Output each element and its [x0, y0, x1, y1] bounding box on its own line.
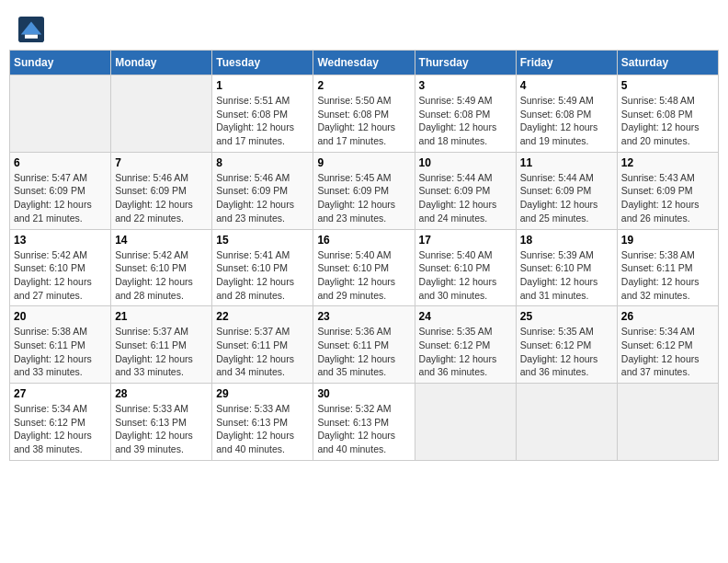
- day-info: Sunrise: 5:39 AM Sunset: 6:10 PM Dayligh…: [520, 248, 613, 303]
- weekday-header: Wednesday: [313, 51, 415, 75]
- day-number: 29: [216, 387, 309, 400]
- calendar-cell: 3Sunrise: 5:49 AM Sunset: 6:08 PM Daylig…: [415, 75, 516, 153]
- day-info: Sunrise: 5:42 AM Sunset: 6:10 PM Dayligh…: [115, 248, 208, 303]
- svg-rect-2: [25, 35, 38, 39]
- calendar-cell: [111, 75, 212, 153]
- day-number: 14: [115, 234, 208, 247]
- weekday-header: Monday: [111, 51, 212, 75]
- day-number: 23: [317, 310, 410, 323]
- day-number: 27: [14, 387, 107, 400]
- calendar-cell: 9Sunrise: 5:45 AM Sunset: 6:09 PM Daylig…: [313, 152, 415, 229]
- day-number: 15: [216, 234, 309, 247]
- calendar-cell: [415, 384, 516, 461]
- day-number: 3: [419, 79, 512, 92]
- day-info: Sunrise: 5:51 AM Sunset: 6:08 PM Dayligh…: [216, 94, 309, 148]
- calendar-cell: 6Sunrise: 5:47 AM Sunset: 6:09 PM Daylig…: [10, 152, 111, 229]
- day-info: Sunrise: 5:34 AM Sunset: 6:12 PM Dayligh…: [14, 402, 107, 456]
- day-number: 5: [621, 79, 714, 92]
- calendar-cell: 28Sunrise: 5:33 AM Sunset: 6:13 PM Dayli…: [111, 384, 212, 461]
- day-number: 13: [14, 234, 107, 247]
- calendar-cell: [10, 75, 111, 153]
- page-header: [9, 9, 719, 46]
- day-number: 8: [216, 156, 309, 169]
- logo-icon: [18, 17, 44, 42]
- day-info: Sunrise: 5:42 AM Sunset: 6:10 PM Dayligh…: [14, 248, 107, 303]
- logo: [18, 17, 46, 42]
- day-info: Sunrise: 5:44 AM Sunset: 6:09 PM Dayligh…: [520, 171, 613, 225]
- day-number: 1: [216, 79, 309, 92]
- calendar-cell: 1Sunrise: 5:51 AM Sunset: 6:08 PM Daylig…: [212, 75, 313, 153]
- weekday-header: Thursday: [415, 51, 516, 75]
- calendar-cell: 15Sunrise: 5:41 AM Sunset: 6:10 PM Dayli…: [212, 229, 313, 306]
- calendar-cell: 23Sunrise: 5:36 AM Sunset: 6:11 PM Dayli…: [313, 306, 415, 384]
- calendar-cell: 24Sunrise: 5:35 AM Sunset: 6:12 PM Dayli…: [415, 306, 516, 384]
- calendar-week-row: 1Sunrise: 5:51 AM Sunset: 6:08 PM Daylig…: [10, 75, 719, 153]
- day-number: 9: [317, 156, 410, 169]
- calendar-cell: 7Sunrise: 5:46 AM Sunset: 6:09 PM Daylig…: [111, 152, 212, 229]
- day-info: Sunrise: 5:41 AM Sunset: 6:10 PM Dayligh…: [216, 248, 309, 303]
- weekday-header: Sunday: [10, 51, 111, 75]
- day-number: 18: [520, 234, 613, 247]
- day-info: Sunrise: 5:38 AM Sunset: 6:11 PM Dayligh…: [14, 325, 107, 379]
- calendar-cell: 5Sunrise: 5:48 AM Sunset: 6:08 PM Daylig…: [617, 75, 718, 153]
- day-number: 4: [520, 79, 613, 92]
- day-info: Sunrise: 5:36 AM Sunset: 6:11 PM Dayligh…: [317, 325, 410, 379]
- day-info: Sunrise: 5:34 AM Sunset: 6:12 PM Dayligh…: [621, 325, 714, 379]
- day-info: Sunrise: 5:49 AM Sunset: 6:08 PM Dayligh…: [520, 94, 613, 148]
- day-number: 17: [419, 234, 512, 247]
- day-info: Sunrise: 5:45 AM Sunset: 6:09 PM Dayligh…: [317, 171, 410, 225]
- calendar-cell: 25Sunrise: 5:35 AM Sunset: 6:12 PM Dayli…: [516, 306, 617, 384]
- day-info: Sunrise: 5:47 AM Sunset: 6:09 PM Dayligh…: [14, 171, 107, 225]
- calendar-week-row: 20Sunrise: 5:38 AM Sunset: 6:11 PM Dayli…: [10, 306, 719, 384]
- calendar-cell: [516, 384, 617, 461]
- day-info: Sunrise: 5:35 AM Sunset: 6:12 PM Dayligh…: [419, 325, 512, 379]
- weekday-header: Friday: [516, 51, 617, 75]
- calendar-cell: 13Sunrise: 5:42 AM Sunset: 6:10 PM Dayli…: [10, 229, 111, 306]
- calendar-cell: 12Sunrise: 5:43 AM Sunset: 6:09 PM Dayli…: [617, 152, 718, 229]
- calendar-week-row: 13Sunrise: 5:42 AM Sunset: 6:10 PM Dayli…: [10, 229, 719, 306]
- day-info: Sunrise: 5:38 AM Sunset: 6:11 PM Dayligh…: [621, 248, 714, 303]
- calendar-cell: 2Sunrise: 5:50 AM Sunset: 6:08 PM Daylig…: [313, 75, 415, 153]
- day-info: Sunrise: 5:37 AM Sunset: 6:11 PM Dayligh…: [115, 325, 208, 379]
- day-info: Sunrise: 5:48 AM Sunset: 6:08 PM Dayligh…: [621, 94, 714, 148]
- calendar-cell: 26Sunrise: 5:34 AM Sunset: 6:12 PM Dayli…: [617, 306, 718, 384]
- calendar-table: SundayMondayTuesdayWednesdayThursdayFrid…: [9, 50, 719, 461]
- day-number: 10: [419, 156, 512, 169]
- day-info: Sunrise: 5:32 AM Sunset: 6:13 PM Dayligh…: [317, 402, 410, 456]
- calendar-cell: 16Sunrise: 5:40 AM Sunset: 6:10 PM Dayli…: [313, 229, 415, 306]
- day-info: Sunrise: 5:33 AM Sunset: 6:13 PM Dayligh…: [216, 402, 309, 456]
- calendar-cell: 20Sunrise: 5:38 AM Sunset: 6:11 PM Dayli…: [10, 306, 111, 384]
- day-number: 22: [216, 310, 309, 323]
- calendar-cell: 14Sunrise: 5:42 AM Sunset: 6:10 PM Dayli…: [111, 229, 212, 306]
- day-number: 21: [115, 310, 208, 323]
- day-number: 11: [520, 156, 613, 169]
- day-number: 25: [520, 310, 613, 323]
- calendar-cell: 10Sunrise: 5:44 AM Sunset: 6:09 PM Dayli…: [415, 152, 516, 229]
- calendar-cell: 8Sunrise: 5:46 AM Sunset: 6:09 PM Daylig…: [212, 152, 313, 229]
- calendar-cell: 27Sunrise: 5:34 AM Sunset: 6:12 PM Dayli…: [10, 384, 111, 461]
- day-number: 20: [14, 310, 107, 323]
- calendar-cell: 4Sunrise: 5:49 AM Sunset: 6:08 PM Daylig…: [516, 75, 617, 153]
- day-number: 24: [419, 310, 512, 323]
- calendar-cell: 11Sunrise: 5:44 AM Sunset: 6:09 PM Dayli…: [516, 152, 617, 229]
- day-info: Sunrise: 5:33 AM Sunset: 6:13 PM Dayligh…: [115, 402, 208, 456]
- day-info: Sunrise: 5:46 AM Sunset: 6:09 PM Dayligh…: [216, 171, 309, 225]
- day-number: 6: [14, 156, 107, 169]
- day-number: 2: [317, 79, 410, 92]
- weekday-header: Saturday: [617, 51, 718, 75]
- day-number: 30: [317, 387, 410, 400]
- calendar-cell: 18Sunrise: 5:39 AM Sunset: 6:10 PM Dayli…: [516, 229, 617, 306]
- calendar-cell: 30Sunrise: 5:32 AM Sunset: 6:13 PM Dayli…: [313, 384, 415, 461]
- calendar-cell: 21Sunrise: 5:37 AM Sunset: 6:11 PM Dayli…: [111, 306, 212, 384]
- day-info: Sunrise: 5:49 AM Sunset: 6:08 PM Dayligh…: [419, 94, 512, 148]
- calendar-cell: 19Sunrise: 5:38 AM Sunset: 6:11 PM Dayli…: [617, 229, 718, 306]
- day-info: Sunrise: 5:40 AM Sunset: 6:10 PM Dayligh…: [419, 248, 512, 303]
- day-info: Sunrise: 5:35 AM Sunset: 6:12 PM Dayligh…: [520, 325, 613, 379]
- day-number: 28: [115, 387, 208, 400]
- weekday-header: Tuesday: [212, 51, 313, 75]
- calendar-cell: [617, 384, 718, 461]
- day-info: Sunrise: 5:50 AM Sunset: 6:08 PM Dayligh…: [317, 94, 410, 148]
- day-info: Sunrise: 5:43 AM Sunset: 6:09 PM Dayligh…: [621, 171, 714, 225]
- calendar-week-row: 27Sunrise: 5:34 AM Sunset: 6:12 PM Dayli…: [10, 384, 719, 461]
- day-info: Sunrise: 5:37 AM Sunset: 6:11 PM Dayligh…: [216, 325, 309, 379]
